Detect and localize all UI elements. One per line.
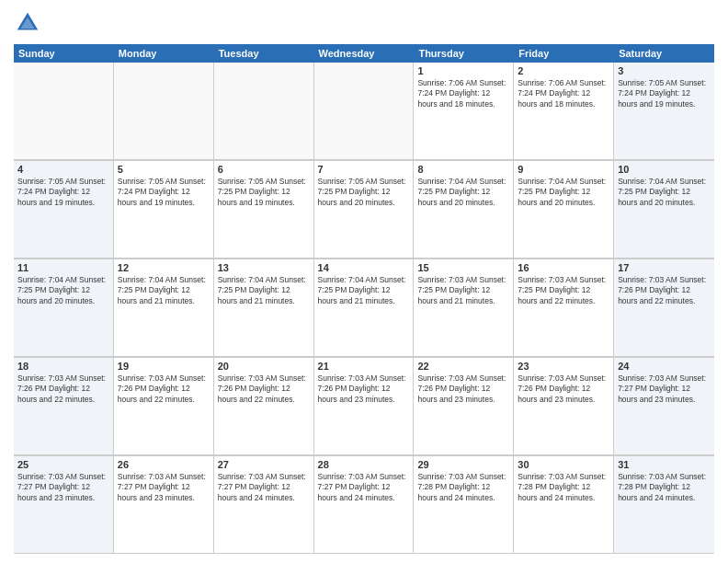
day-number: 25 <box>17 459 109 470</box>
day-info: Sunrise: 7:05 AM Sunset: 7:24 PM Dayligh… <box>118 177 210 208</box>
page: SundayMondayTuesdayWednesdayThursdayFrid… <box>0 0 728 563</box>
day-number: 14 <box>318 262 410 273</box>
cal-cell: 28Sunrise: 7:03 AM Sunset: 7:27 PM Dayli… <box>314 456 415 554</box>
week-row-3: 18Sunrise: 7:03 AM Sunset: 7:26 PM Dayli… <box>14 358 714 456</box>
cal-cell: 5Sunrise: 7:05 AM Sunset: 7:24 PM Daylig… <box>114 161 214 259</box>
day-info: Sunrise: 7:03 AM Sunset: 7:26 PM Dayligh… <box>17 373 109 405</box>
day-info: Sunrise: 7:04 AM Sunset: 7:25 PM Dayligh… <box>618 177 711 208</box>
header-day-monday: Monday <box>114 44 214 63</box>
day-info: Sunrise: 7:03 AM Sunset: 7:26 PM Dayligh… <box>518 373 609 405</box>
day-info: Sunrise: 7:03 AM Sunset: 7:27 PM Dayligh… <box>218 472 310 503</box>
cal-cell: 10Sunrise: 7:04 AM Sunset: 7:25 PM Dayli… <box>614 161 714 259</box>
day-number: 9 <box>518 164 609 175</box>
day-number: 7 <box>318 164 410 175</box>
day-number: 21 <box>318 361 410 372</box>
day-number: 13 <box>218 262 310 273</box>
day-info: Sunrise: 7:06 AM Sunset: 7:24 PM Dayligh… <box>518 78 609 109</box>
cal-cell <box>114 63 214 160</box>
day-number: 2 <box>518 65 609 76</box>
cal-cell: 9Sunrise: 7:04 AM Sunset: 7:25 PM Daylig… <box>514 161 614 259</box>
day-number: 10 <box>618 164 711 175</box>
cal-cell: 14Sunrise: 7:04 AM Sunset: 7:25 PM Dayli… <box>314 259 415 357</box>
day-info: Sunrise: 7:03 AM Sunset: 7:25 PM Dayligh… <box>417 275 509 306</box>
cal-cell: 27Sunrise: 7:03 AM Sunset: 7:27 PM Dayli… <box>214 456 314 554</box>
cal-cell: 17Sunrise: 7:03 AM Sunset: 7:26 PM Dayli… <box>614 259 714 357</box>
cal-cell: 7Sunrise: 7:05 AM Sunset: 7:25 PM Daylig… <box>314 161 415 259</box>
day-number: 8 <box>417 164 509 175</box>
cal-cell: 11Sunrise: 7:04 AM Sunset: 7:25 PM Dayli… <box>14 259 114 357</box>
day-number: 19 <box>118 361 210 372</box>
header-day-sunday: Sunday <box>14 44 114 63</box>
day-info: Sunrise: 7:06 AM Sunset: 7:24 PM Dayligh… <box>417 78 509 109</box>
day-number: 4 <box>17 164 109 175</box>
day-number: 30 <box>518 459 609 470</box>
cal-cell: 26Sunrise: 7:03 AM Sunset: 7:27 PM Dayli… <box>114 456 214 554</box>
day-number: 15 <box>417 262 509 273</box>
day-number: 27 <box>218 459 310 470</box>
day-number: 18 <box>17 361 109 372</box>
cal-cell: 1Sunrise: 7:06 AM Sunset: 7:24 PM Daylig… <box>414 63 514 160</box>
week-row-0: 1Sunrise: 7:06 AM Sunset: 7:24 PM Daylig… <box>14 63 714 161</box>
day-number: 1 <box>417 65 509 76</box>
cal-cell: 19Sunrise: 7:03 AM Sunset: 7:26 PM Dayli… <box>114 358 214 455</box>
cal-cell: 8Sunrise: 7:04 AM Sunset: 7:25 PM Daylig… <box>414 161 514 259</box>
day-number: 31 <box>618 459 711 470</box>
day-info: Sunrise: 7:04 AM Sunset: 7:25 PM Dayligh… <box>118 275 210 306</box>
week-row-2: 11Sunrise: 7:04 AM Sunset: 7:25 PM Dayli… <box>14 259 714 358</box>
day-info: Sunrise: 7:03 AM Sunset: 7:28 PM Dayligh… <box>417 472 509 503</box>
cal-cell: 13Sunrise: 7:04 AM Sunset: 7:25 PM Dayli… <box>214 259 314 357</box>
day-info: Sunrise: 7:03 AM Sunset: 7:28 PM Dayligh… <box>618 472 711 503</box>
day-number: 16 <box>518 262 609 273</box>
header-day-wednesday: Wednesday <box>314 44 415 63</box>
calendar-body: 1Sunrise: 7:06 AM Sunset: 7:24 PM Daylig… <box>14 63 714 554</box>
day-number: 28 <box>318 459 410 470</box>
week-row-4: 25Sunrise: 7:03 AM Sunset: 7:27 PM Dayli… <box>14 456 714 554</box>
cal-cell <box>214 63 314 160</box>
day-info: Sunrise: 7:05 AM Sunset: 7:24 PM Dayligh… <box>618 78 711 109</box>
week-row-1: 4Sunrise: 7:05 AM Sunset: 7:24 PM Daylig… <box>14 161 714 259</box>
day-number: 3 <box>618 65 711 76</box>
cal-cell: 2Sunrise: 7:06 AM Sunset: 7:24 PM Daylig… <box>514 63 614 160</box>
day-number: 12 <box>118 262 210 273</box>
cal-cell: 4Sunrise: 7:05 AM Sunset: 7:24 PM Daylig… <box>14 161 114 259</box>
cal-cell: 21Sunrise: 7:03 AM Sunset: 7:26 PM Dayli… <box>314 358 415 455</box>
day-info: Sunrise: 7:05 AM Sunset: 7:25 PM Dayligh… <box>318 177 410 208</box>
day-number: 20 <box>218 361 310 372</box>
day-number: 24 <box>618 361 711 372</box>
day-info: Sunrise: 7:03 AM Sunset: 7:27 PM Dayligh… <box>318 472 410 503</box>
cal-cell: 18Sunrise: 7:03 AM Sunset: 7:26 PM Dayli… <box>14 358 114 455</box>
day-number: 23 <box>518 361 609 372</box>
day-info: Sunrise: 7:03 AM Sunset: 7:25 PM Dayligh… <box>518 275 609 306</box>
cal-cell <box>14 63 114 160</box>
day-number: 29 <box>417 459 509 470</box>
cal-cell: 6Sunrise: 7:05 AM Sunset: 7:25 PM Daylig… <box>214 161 314 259</box>
day-info: Sunrise: 7:03 AM Sunset: 7:28 PM Dayligh… <box>518 472 609 503</box>
header-day-tuesday: Tuesday <box>214 44 314 63</box>
day-info: Sunrise: 7:05 AM Sunset: 7:24 PM Dayligh… <box>17 177 109 208</box>
day-info: Sunrise: 7:04 AM Sunset: 7:25 PM Dayligh… <box>518 177 609 208</box>
header-day-friday: Friday <box>514 44 614 63</box>
cal-cell: 23Sunrise: 7:03 AM Sunset: 7:26 PM Dayli… <box>514 358 614 455</box>
day-number: 5 <box>118 164 210 175</box>
cal-cell: 22Sunrise: 7:03 AM Sunset: 7:26 PM Dayli… <box>414 358 514 455</box>
header-day-thursday: Thursday <box>414 44 514 63</box>
cal-cell: 30Sunrise: 7:03 AM Sunset: 7:28 PM Dayli… <box>514 456 614 554</box>
cal-cell: 24Sunrise: 7:03 AM Sunset: 7:27 PM Dayli… <box>614 358 714 455</box>
day-info: Sunrise: 7:03 AM Sunset: 7:26 PM Dayligh… <box>218 373 310 405</box>
day-info: Sunrise: 7:03 AM Sunset: 7:27 PM Dayligh… <box>118 472 210 503</box>
cal-cell: 12Sunrise: 7:04 AM Sunset: 7:25 PM Dayli… <box>114 259 214 357</box>
day-info: Sunrise: 7:03 AM Sunset: 7:26 PM Dayligh… <box>417 373 509 405</box>
day-info: Sunrise: 7:04 AM Sunset: 7:25 PM Dayligh… <box>17 275 109 306</box>
day-number: 22 <box>417 361 509 372</box>
day-info: Sunrise: 7:03 AM Sunset: 7:26 PM Dayligh… <box>318 373 410 405</box>
day-info: Sunrise: 7:03 AM Sunset: 7:26 PM Dayligh… <box>618 275 711 306</box>
cal-cell: 31Sunrise: 7:03 AM Sunset: 7:28 PM Dayli… <box>614 456 714 554</box>
header-day-saturday: Saturday <box>614 44 714 63</box>
cal-cell: 16Sunrise: 7:03 AM Sunset: 7:25 PM Dayli… <box>514 259 614 357</box>
day-info: Sunrise: 7:04 AM Sunset: 7:25 PM Dayligh… <box>318 275 410 306</box>
cal-cell: 20Sunrise: 7:03 AM Sunset: 7:26 PM Dayli… <box>214 358 314 455</box>
logo <box>14 9 45 37</box>
cal-cell: 25Sunrise: 7:03 AM Sunset: 7:27 PM Dayli… <box>14 456 114 554</box>
cal-cell: 15Sunrise: 7:03 AM Sunset: 7:25 PM Dayli… <box>414 259 514 357</box>
day-number: 6 <box>218 164 310 175</box>
